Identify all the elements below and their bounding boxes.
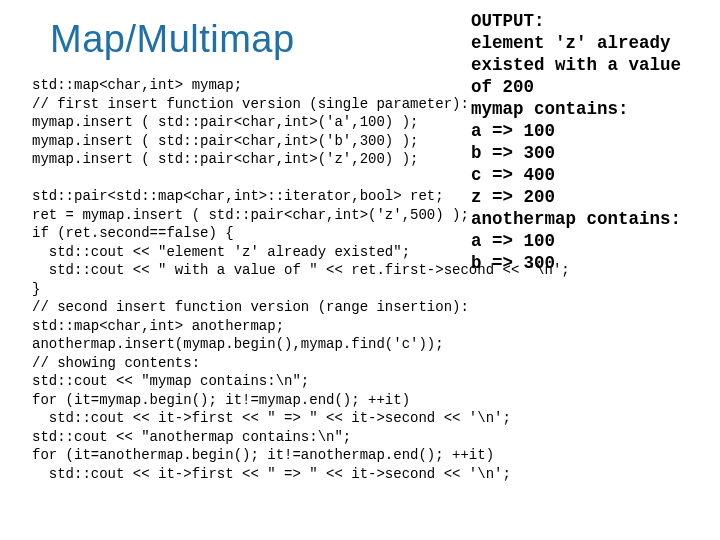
- output-block: OUTPUT: element 'z' already existed with…: [471, 10, 706, 274]
- slide-title: Map/Multimap: [50, 18, 295, 61]
- slide: Map/Multimap std::map<char,int> mymap; /…: [0, 0, 720, 540]
- code-block: std::map<char,int> mymap; // first inser…: [32, 76, 462, 483]
